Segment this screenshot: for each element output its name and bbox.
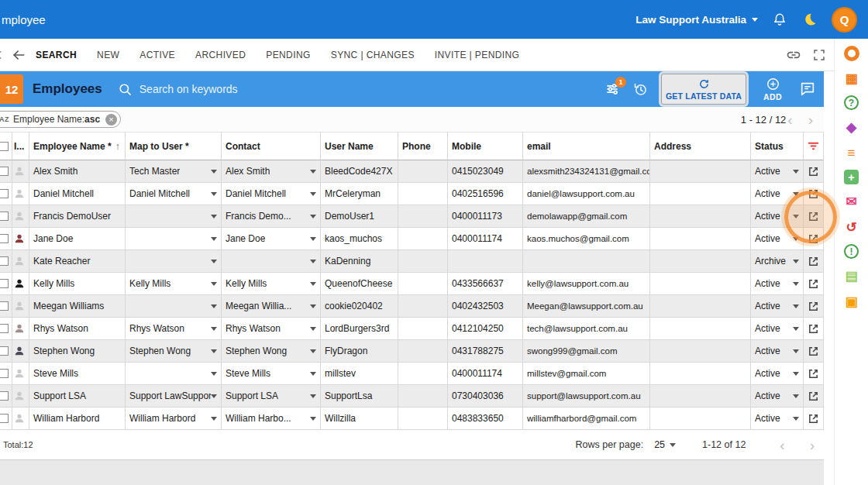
chevron-down-icon[interactable] [211, 327, 217, 331]
chevron-down-icon[interactable] [310, 260, 316, 263]
open-record-icon[interactable] [808, 368, 819, 380]
cell-map-to-user[interactable] [126, 205, 222, 228]
help-icon[interactable]: ? [844, 95, 859, 110]
notes-icon[interactable]: ≡ [843, 144, 860, 161]
chevron-down-icon[interactable] [793, 327, 799, 331]
cell-status[interactable]: Active [751, 340, 804, 363]
chevron-down-icon[interactable] [310, 394, 316, 398]
cell-status[interactable]: Archive [751, 250, 804, 273]
cell-map-to-user[interactable]: William Harbord [126, 408, 222, 430]
collapse-chevron-icon[interactable] [0, 49, 6, 61]
chevron-down-icon[interactable] [310, 192, 316, 196]
chevron-down-icon[interactable] [793, 349, 799, 353]
chevron-down-icon[interactable] [793, 304, 799, 308]
row-checkbox[interactable] [0, 167, 9, 176]
cell-contact[interactable]: Meegan Willia... [222, 295, 321, 318]
cell-contact[interactable]: Kelly Mills [222, 273, 321, 295]
open-record-icon[interactable] [808, 278, 819, 290]
search-input[interactable] [140, 83, 512, 95]
cell-contact[interactable]: Alex Smith [222, 160, 321, 183]
sort-chip[interactable]: AZ Employee Name: asc × [0, 111, 121, 128]
alerts-icon[interactable]: ! [844, 244, 859, 259]
col-header-image[interactable]: I... [12, 132, 29, 160]
open-record-icon[interactable] [808, 413, 819, 425]
messages-icon[interactable]: ✉ [843, 193, 860, 210]
row-checkbox[interactable] [0, 346, 9, 356]
tab-pending[interactable]: PENDING [266, 50, 310, 60]
chip-close-icon[interactable]: × [105, 114, 117, 126]
cell-status[interactable]: Active [751, 228, 804, 250]
tab-new[interactable]: NEW [97, 50, 119, 60]
chevron-down-icon[interactable] [211, 237, 217, 241]
cell-contact[interactable]: Rhys Watson [222, 318, 321, 340]
row-checkbox[interactable] [0, 391, 9, 401]
row-checkbox[interactable] [0, 212, 9, 221]
cell-status[interactable]: Active [751, 183, 804, 205]
feedback-chat-icon[interactable] [799, 81, 816, 98]
chevron-down-icon[interactable] [310, 327, 316, 331]
cell-status[interactable]: Active [751, 205, 804, 228]
chevron-down-icon[interactable] [310, 237, 316, 241]
cell-map-to-user[interactable]: Kelly Mills [126, 273, 222, 295]
fullscreen-icon[interactable] [812, 48, 826, 62]
status-filter-icon[interactable] [808, 140, 819, 152]
account-menu[interactable]: Law Support Australia [636, 14, 758, 26]
chevron-down-icon[interactable] [211, 417, 217, 421]
col-header-email[interactable]: email [523, 132, 650, 160]
next-page-icon[interactable]: › [807, 112, 815, 127]
chevron-down-icon[interactable] [211, 394, 217, 398]
cell-status[interactable]: Active [751, 273, 804, 295]
cell-contact[interactable]: Stephen Wong [222, 340, 321, 363]
footer-next-page-icon[interactable]: › [810, 438, 815, 452]
open-record-icon[interactable] [808, 390, 819, 402]
cell-contact[interactable]: Daniel Mitchell [222, 183, 321, 205]
back-arrow-icon[interactable] [11, 47, 26, 63]
add-button[interactable]: ADD [763, 77, 782, 101]
cell-map-to-user[interactable]: Support LawSupport [126, 385, 222, 408]
cell-map-to-user[interactable] [126, 250, 222, 273]
table-row[interactable]: Daniel Mitchell Daniel Mitchell Daniel M… [0, 183, 824, 205]
cell-map-to-user[interactable] [126, 295, 222, 318]
cell-map-to-user[interactable] [126, 228, 222, 250]
chevron-down-icon[interactable] [310, 372, 316, 376]
bag-icon[interactable]: ▣ [843, 293, 860, 310]
col-header-status[interactable]: Status [751, 132, 804, 160]
row-checkbox[interactable] [0, 324, 9, 333]
table-row[interactable]: Francis DemoUser Francis Demo... DemoUse… [0, 205, 824, 228]
row-checkbox[interactable] [0, 369, 9, 378]
chevron-down-icon[interactable] [793, 170, 799, 174]
table-row[interactable]: Steve Mills Steve Mills millstev 0400011… [0, 363, 824, 385]
table-row[interactable]: Rhys Watson Rhys Watson Rhys Watson Lord… [0, 318, 824, 340]
cell-status[interactable]: Active [751, 385, 804, 408]
chevron-down-icon[interactable] [310, 417, 316, 421]
table-row[interactable]: William Harbord William Harbord William … [0, 408, 824, 430]
chevron-down-icon[interactable] [793, 260, 799, 263]
tasks-icon[interactable]: ▤ [843, 267, 860, 284]
row-checkbox[interactable] [0, 256, 9, 266]
rows-per-page-select[interactable]: 25 [654, 439, 676, 450]
chevron-down-icon[interactable] [793, 215, 799, 218]
cell-map-to-user[interactable]: Tech Master [126, 160, 222, 183]
cell-map-to-user[interactable]: Stephen Wong [126, 340, 222, 363]
open-record-icon[interactable] [808, 188, 819, 200]
select-all-checkbox[interactable] [0, 142, 9, 151]
get-latest-data-button[interactable]: GET LATEST DATA [661, 74, 746, 105]
col-header-name[interactable]: Employee Name * ↑ [29, 132, 126, 160]
chevron-down-icon[interactable] [211, 215, 217, 218]
chevron-down-icon[interactable] [793, 372, 799, 376]
col-header-contact[interactable]: Contact [222, 132, 321, 160]
chevron-down-icon[interactable] [211, 282, 217, 286]
cell-status[interactable]: Active [751, 160, 804, 183]
col-header-mobile[interactable]: Mobile [448, 132, 523, 160]
tab-archived[interactable]: ARCHIVED [195, 50, 246, 60]
open-record-icon[interactable] [808, 211, 819, 222]
link-icon[interactable] [786, 47, 801, 63]
open-record-icon[interactable] [808, 233, 819, 245]
chevron-down-icon[interactable] [793, 417, 799, 421]
cell-status[interactable]: Active [751, 408, 804, 430]
search-history-icon[interactable] [632, 81, 649, 98]
tab-invite-pending[interactable]: INVITE | PENDING [435, 50, 520, 60]
tag-icon[interactable]: ◆ [843, 119, 860, 136]
open-record-icon[interactable] [808, 346, 819, 357]
open-record-icon[interactable] [808, 301, 819, 312]
